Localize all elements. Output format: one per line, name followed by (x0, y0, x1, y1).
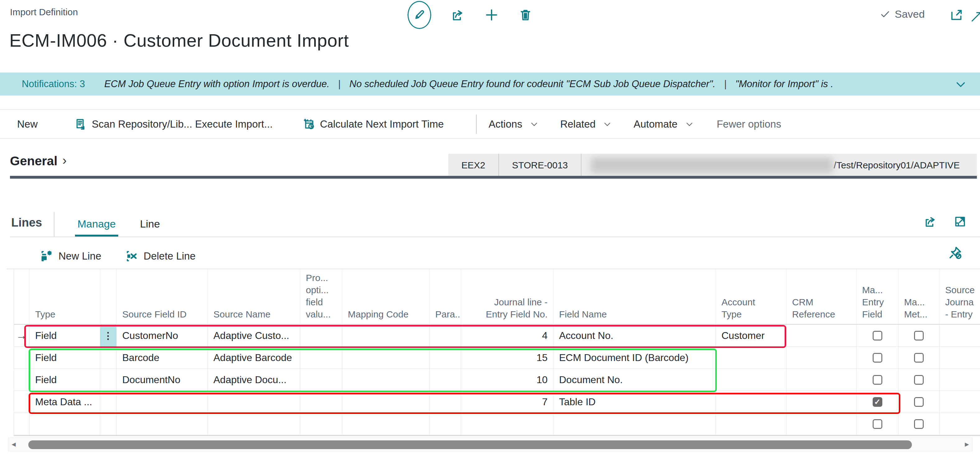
cell-parameter[interactable] (430, 391, 461, 413)
cell-indicator[interactable] (14, 391, 30, 413)
column-header-journal_entry_field_no[interactable]: Journal line - Entry Field No. (461, 269, 554, 324)
column-header-source_journal_entry[interactable]: Source Journa - Entry (940, 269, 980, 324)
cell-crm_reference[interactable] (786, 325, 856, 346)
cell-source_name[interactable]: Adaptive Barcode (208, 347, 300, 369)
collapse-header-icon[interactable] (970, 11, 980, 24)
delete-line-button[interactable]: Delete Line (125, 249, 196, 263)
cell-crm_reference[interactable] (786, 347, 856, 369)
manual_entry_field-checkbox[interactable] (873, 353, 882, 363)
horizontal-scrollbar[interactable]: ◄ ► (8, 438, 972, 451)
cell-manual_entry_field[interactable]: ✓ (856, 391, 899, 413)
cell-parameter[interactable] (430, 369, 461, 391)
cell-crm_reference[interactable] (786, 413, 856, 435)
cell-source_field_id[interactable] (117, 413, 208, 435)
cell-journal_entry_field_no[interactable]: 7 (461, 391, 554, 413)
cell-manual_met[interactable] (899, 347, 940, 369)
cell-menu[interactable]: ⋮ (100, 325, 117, 346)
cell-menu[interactable] (100, 391, 117, 413)
cell-source_field_id[interactable]: DocumentNo (117, 369, 208, 391)
scan-execute-action[interactable]: Scan Repository/Lib... Execute Import... (74, 118, 272, 131)
cell-manual_met[interactable] (899, 369, 940, 391)
cell-journal_entry_field_no[interactable] (461, 413, 554, 435)
cell-source_field_id[interactable] (117, 391, 208, 413)
manual_met-checkbox[interactable] (914, 397, 924, 407)
cell-prod_option[interactable] (300, 391, 342, 413)
actions-menu[interactable]: Actions (488, 118, 538, 130)
cell-manual_met[interactable] (899, 325, 940, 346)
fewer-options-button[interactable]: Fewer options (717, 118, 781, 130)
cell-field_name[interactable] (554, 413, 716, 435)
cell-source_field_id[interactable]: Barcode (117, 347, 208, 369)
edit-button[interactable] (407, 1, 431, 29)
cell-source_journal_entry[interactable] (940, 347, 980, 369)
cell-mapping_code[interactable] (342, 369, 430, 391)
cell-menu[interactable] (100, 369, 117, 391)
column-header-source_name[interactable]: Source Name (208, 269, 300, 324)
cell-source_journal_entry[interactable] (940, 325, 980, 346)
column-header-prod_option[interactable]: Pro... opti... field valu... (300, 269, 342, 324)
manual_entry_field-checkbox[interactable] (873, 331, 882, 341)
cell-field_name[interactable]: Document No. (554, 369, 716, 391)
cell-prod_option[interactable] (300, 347, 342, 369)
column-header-type[interactable]: Type (30, 269, 100, 324)
unpin-pane-button[interactable] (948, 245, 963, 261)
column-header-indicator[interactable] (14, 269, 30, 324)
cell-indicator[interactable]: → (14, 325, 30, 346)
cell-source_name[interactable] (208, 413, 300, 435)
cell-journal_entry_field_no[interactable]: 4 (461, 325, 554, 346)
cell-manual_entry_field[interactable] (856, 347, 899, 369)
cell-field_name[interactable]: Account No. (554, 325, 716, 346)
scroll-left-icon[interactable]: ◄ (8, 440, 19, 449)
general-summary-strip[interactable]: EEX2STORE-0013/Test/Repository01/ADAPTIV… (448, 154, 977, 177)
column-header-manual_met[interactable]: Ma... Met... (899, 269, 940, 324)
column-header-field_name[interactable]: Field Name (554, 269, 716, 324)
cell-menu[interactable] (100, 347, 117, 369)
cell-journal_entry_field_no[interactable]: 10 (461, 369, 554, 391)
manual_met-checkbox[interactable] (914, 375, 924, 385)
cell-mapping_code[interactable] (342, 325, 430, 346)
cell-type[interactable] (30, 413, 100, 435)
cell-type[interactable]: Meta Data ... (30, 391, 100, 413)
cell-manual_entry_field[interactable] (856, 369, 899, 391)
cell-parameter[interactable] (430, 413, 461, 435)
cell-source_journal_entry[interactable] (940, 369, 980, 391)
manual_met-checkbox[interactable] (914, 419, 924, 429)
cell-journal_entry_field_no[interactable]: 15 (461, 347, 554, 369)
cell-parameter[interactable] (430, 325, 461, 346)
cell-account_type[interactable] (716, 347, 786, 369)
cell-mapping_code[interactable] (342, 391, 430, 413)
automate-menu[interactable]: Automate (633, 118, 694, 130)
cell-source_name[interactable]: Adaptive Custo... (208, 325, 300, 346)
manual_met-checkbox[interactable] (914, 331, 924, 341)
cell-source_name[interactable] (208, 391, 300, 413)
cell-crm_reference[interactable] (786, 391, 856, 413)
cell-indicator[interactable] (14, 369, 30, 391)
related-menu[interactable]: Related (560, 118, 612, 130)
manual_entry_field-checkbox[interactable] (873, 419, 882, 429)
open-in-new-window-button[interactable] (950, 8, 964, 24)
cell-account_type[interactable] (716, 369, 786, 391)
cell-manual_entry_field[interactable] (856, 325, 899, 346)
cell-account_type[interactable]: Customer (716, 325, 786, 346)
column-header-parameter[interactable]: Para... (430, 269, 461, 324)
general-section-header[interactable]: General › (10, 154, 67, 169)
tab-manage[interactable]: Manage (78, 218, 116, 230)
cell-mapping_code[interactable] (342, 413, 430, 435)
cell-indicator[interactable] (14, 413, 30, 435)
cell-indicator[interactable] (14, 347, 30, 369)
focus-mode-button[interactable] (953, 215, 967, 230)
notification-count-link[interactable]: Notifications: 3 (22, 78, 85, 90)
cell-source_journal_entry[interactable] (940, 413, 980, 435)
cell-field_name[interactable]: Table ID (554, 391, 716, 413)
column-header-manual_entry_field[interactable]: Ma... Entry Field (856, 269, 899, 324)
cell-type[interactable]: Field (30, 325, 100, 346)
new-button[interactable] (484, 8, 499, 22)
cell-type[interactable]: Field (30, 347, 100, 369)
cell-manual_entry_field[interactable] (856, 413, 899, 435)
scrollbar-thumb[interactable] (28, 440, 912, 449)
share-button[interactable] (450, 8, 465, 22)
cell-account_type[interactable] (716, 391, 786, 413)
column-header-crm_reference[interactable]: CRM Reference (786, 269, 856, 324)
column-header-mapping_code[interactable]: Mapping Code (342, 269, 430, 324)
cell-manual_met[interactable] (899, 413, 940, 435)
